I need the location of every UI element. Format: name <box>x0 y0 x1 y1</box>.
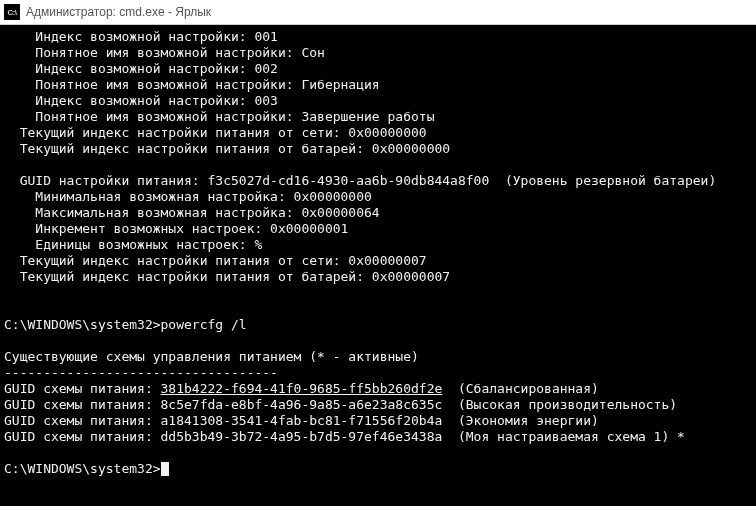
window-title: Администратор: cmd.exe - Ярлык <box>26 5 211 19</box>
console-line: GUID схемы питания: 8c5e7fda-e8bf-4a96-9… <box>4 397 756 413</box>
console-line: Индекс возможной настройки: 003 <box>4 93 756 109</box>
console-line: Понятное имя возможной настройки: Заверш… <box>4 109 756 125</box>
highlighted-guid: 381b4222-f694-41f0-9685-ff5bb260df2e <box>161 381 443 396</box>
console-line <box>4 445 756 461</box>
console-line: GUID схемы питания: 381b4222-f694-41f0-9… <box>4 381 756 397</box>
console-line: GUID схемы питания: a1841308-3541-4fab-b… <box>4 413 756 429</box>
console-line <box>4 157 756 173</box>
cmd-window: C:\ Администратор: cmd.exe - Ярлык Индек… <box>0 0 756 506</box>
console-line: C:\WINDOWS\system32>powercfg /l <box>4 317 756 333</box>
titlebar[interactable]: C:\ Администратор: cmd.exe - Ярлык <box>0 0 756 25</box>
console-line: Индекс возможной настройки: 002 <box>4 61 756 77</box>
console-line: ----------------------------------- <box>4 365 756 381</box>
cursor <box>161 462 169 476</box>
console-line: Понятное имя возможной настройки: Сон <box>4 45 756 61</box>
console-line <box>4 301 756 317</box>
console-line: Единицы возможных настроек: % <box>4 237 756 253</box>
console-line: Существующие схемы управления питанием (… <box>4 349 756 365</box>
console-line <box>4 333 756 349</box>
console-line <box>4 285 756 301</box>
console-line: Индекс возможной настройки: 001 <box>4 29 756 45</box>
console-line: GUID настройки питания: f3c5027d-cd16-49… <box>4 173 756 189</box>
cmd-icon: C:\ <box>4 4 20 20</box>
console-line: Понятное имя возможной настройки: Гиберн… <box>4 77 756 93</box>
console-output[interactable]: Индекс возможной настройки: 001 Понятное… <box>0 25 756 481</box>
console-line: Максимальная возможная настройка: 0x0000… <box>4 205 756 221</box>
console-line: Текущий индекс настройки питания от бата… <box>4 269 756 285</box>
console-line: Минимальная возможная настройка: 0x00000… <box>4 189 756 205</box>
console-line: Текущий индекс настройки питания от бата… <box>4 141 756 157</box>
console-line: Инкремент возможных настроек: 0x00000001 <box>4 221 756 237</box>
console-line: Текущий индекс настройки питания от сети… <box>4 125 756 141</box>
console-line: GUID схемы питания: dd5b3b49-3b72-4a95-b… <box>4 429 756 445</box>
console-line: Текущий индекс настройки питания от сети… <box>4 253 756 269</box>
console-line: C:\WINDOWS\system32> <box>4 461 756 477</box>
